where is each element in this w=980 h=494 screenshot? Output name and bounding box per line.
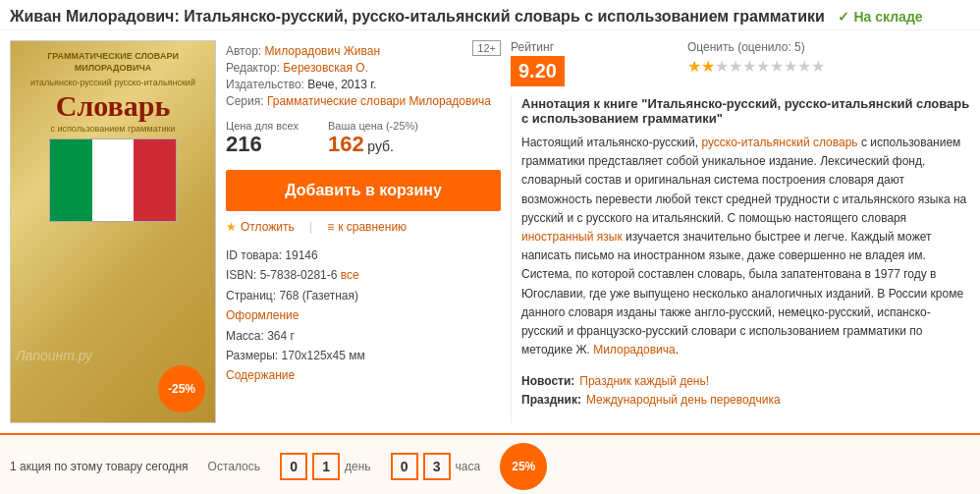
rating-col: Рейтинг 9.20 [511, 40, 668, 86]
watermark: Лапоинт.ру [16, 348, 92, 363]
price-all-label: Цена для всех [226, 120, 299, 132]
price-currency: руб. [367, 138, 394, 154]
publisher-row: Издательство: Вече, 2013 г. [226, 78, 501, 91]
divider: | [309, 219, 312, 234]
author-label: Автор: [226, 44, 261, 58]
page-wrapper: Живан Милорадович: Итальянско-русский, р… [0, 0, 980, 494]
star-3[interactable]: ★ [715, 58, 729, 75]
price-all-block: Цена для всех 216 [226, 120, 299, 157]
isbn-row: ISBN: 5-7838-0281-6 все [226, 265, 501, 285]
star-6[interactable]: ★ [756, 58, 770, 75]
postpone-label: Отложить [241, 220, 295, 234]
price-section: Цена для всех 216 Ваша цена (-25%) 162 р… [226, 120, 501, 234]
series-label: Серия: [226, 94, 264, 108]
weight-row: Масса: 364 г [226, 326, 501, 346]
star-1[interactable]: ★ [687, 58, 701, 75]
design-row: Оформление [226, 305, 501, 325]
contents-link[interactable]: Содержание [226, 368, 295, 382]
editor-label: Редактор: [226, 61, 280, 75]
isbn-all-link[interactable]: все [341, 268, 359, 282]
days-box1: 0 [280, 453, 307, 480]
right-column: Рейтинг 9.20 Оценить (оценило: 5) ★★★★★★… [511, 40, 970, 423]
ann-link3[interactable]: Милорадовича [593, 343, 676, 357]
news-label: Новости: [521, 374, 574, 388]
star-8[interactable]: ★ [784, 58, 797, 75]
list-icon: ≡ [327, 220, 334, 234]
ann-link1[interactable]: русско-итальянский словарь [701, 136, 857, 149]
ann-text3: изучается значительно быстрее и легче. К… [521, 230, 963, 357]
star-rating[interactable]: ★★★★★★★★★★ [687, 57, 825, 76]
author-link[interactable]: Милорадович Живан [265, 44, 381, 58]
holiday-link[interactable]: Международный день переводчика [586, 393, 781, 407]
book-image: ГРАММАТИЧЕСКИЕ СЛОВАРИ МИЛОРАДОВИЧА итал… [10, 40, 216, 423]
star-10[interactable]: ★ [811, 58, 825, 75]
product-details: ID товара: 19146 ISBN: 5-7838-0281-6 все… [226, 246, 501, 386]
price-all-value: 216 [226, 132, 262, 156]
isbn-label: ISBN: [226, 268, 256, 282]
remaining-label: Осталось [208, 460, 260, 473]
rating-value: 9.20 [511, 56, 565, 86]
star-9[interactable]: ★ [797, 58, 811, 75]
news-section: Новости: Праздник каждый день! Праздник:… [521, 374, 970, 407]
main-content: ГРАММАТИЧЕСКИЕ СЛОВАРИ МИЛОРАДОВИЧА итал… [0, 30, 980, 433]
star-7[interactable]: ★ [770, 58, 784, 75]
pages-value: 768 (Газетная) [279, 289, 358, 302]
flag-white [92, 139, 135, 221]
rate-label: Оценить (оценило: 5) [687, 40, 825, 54]
days-counter: 0 1 день [280, 453, 371, 480]
id-value: 19146 [285, 248, 317, 262]
price-your-block: Ваша цена (-25%) 162 руб. [328, 120, 418, 157]
in-stock-badge: На складе [838, 9, 922, 25]
title-bar: Живан Милорадович: Итальянско-русский, р… [0, 0, 980, 30]
annotation-area: Аннотация к книге "Итальянско-русский, р… [511, 96, 970, 423]
holiday-row: Праздник: Международный день переводчика [521, 393, 970, 407]
annotation-text: Настоящий итальянско-русский, русско-ита… [521, 134, 970, 359]
dimensions-label: Размеры: [226, 349, 278, 362]
dimensions-value: 170x125x45 мм [282, 349, 365, 362]
rate-col: Оценить (оценило: 5) ★★★★★★★★★★ [687, 40, 825, 76]
star-5[interactable]: ★ [742, 58, 756, 75]
postpone-link[interactable]: ★ Отложить [226, 220, 295, 234]
compare-link[interactable]: ≡ к сравнению [327, 220, 407, 234]
design-link[interactable]: Оформление [226, 308, 299, 322]
pages-row: Страниц: 768 (Газетная) [226, 286, 501, 305]
editor-link[interactable]: Березовская О. [283, 61, 368, 75]
book-discount-badge: -25% [158, 365, 205, 412]
hours-box2: 3 [423, 453, 451, 480]
rating-row: Рейтинг 9.20 Оценить (оценило: 5) ★★★★★★… [511, 40, 970, 86]
news-row: Новости: Праздник каждый день! [521, 374, 970, 388]
hours-label: часа [456, 460, 481, 473]
page-title: Живан Милорадович: Итальянско-русский, р… [10, 8, 825, 25]
ann-text1: Настоящий итальянско-русский, [521, 136, 701, 149]
book-series: ГРАММАТИЧЕСКИЕ СЛОВАРИ МИЛОРАДОВИЧА [21, 51, 205, 74]
bottom-bar: 1 акция по этому товару сегодня Осталось… [0, 433, 980, 494]
action-row: ★ Отложить | ≡ к сравнению [226, 219, 501, 234]
id-row: ID товара: 19146 [226, 246, 501, 265]
star-4[interactable]: ★ [729, 58, 742, 75]
hours-box1: 0 [391, 453, 418, 480]
add-to-cart-button[interactable]: Добавить в корзину [226, 170, 501, 211]
author-row: Автор: Милорадович Живан [226, 44, 501, 58]
hours-counter: 0 3 часа [391, 453, 481, 480]
ann-link2[interactable]: иностранный язык [521, 230, 623, 244]
rating-label: Рейтинг [511, 40, 668, 54]
news-link[interactable]: Праздник каждый день! [579, 374, 709, 388]
ann-text4: . [676, 343, 679, 357]
star-2[interactable]: ★ [701, 58, 715, 75]
publisher-label: Издательство: [226, 78, 304, 91]
age-badge: 12+ [472, 40, 501, 56]
pages-label: Страниц: [226, 289, 276, 302]
holiday-label: Праздник: [521, 393, 581, 407]
series-link[interactable]: Грамматические словари Милорадовича [267, 94, 491, 108]
bottom-discount-badge: 25% [500, 443, 547, 490]
product-info: 12+ Автор: Милорадович Живан Редактор: Б… [226, 40, 501, 423]
days-label: день [345, 460, 371, 473]
price-your-label: Ваша цена (-25%) [328, 120, 418, 132]
book-main-title: Словарь [56, 89, 171, 122]
series-row: Серия: Грамматические словари Милорадови… [226, 94, 501, 108]
book-subtitle1: итальянско-русский русско-итальянский [30, 78, 195, 87]
star-icon: ★ [226, 220, 237, 234]
flag-green [50, 139, 92, 221]
flag-red [134, 139, 176, 221]
publisher-value: Вече, 2013 г. [307, 78, 376, 91]
